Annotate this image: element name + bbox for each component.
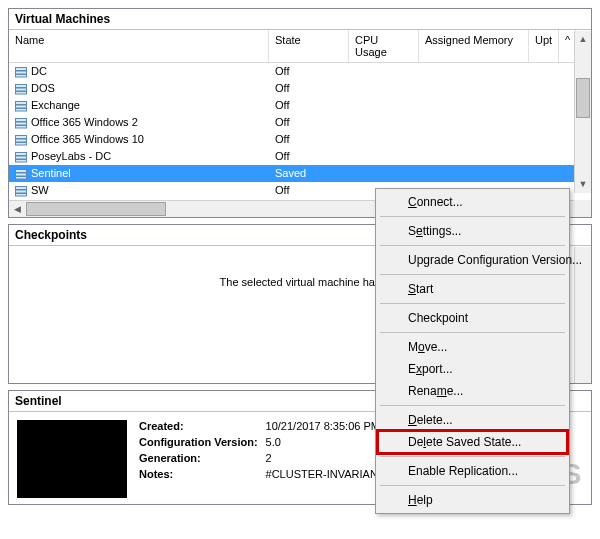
config-version-label: Configuration Version:: [139, 436, 258, 448]
vm-name: Office 365 Windows 10: [31, 131, 144, 148]
svg-rect-11: [16, 125, 27, 128]
vm-mem: [419, 114, 529, 131]
vm-name: DC: [31, 63, 47, 80]
col-mem[interactable]: Assigned Memory: [419, 30, 529, 62]
vm-icon: [15, 83, 27, 95]
svg-rect-19: [16, 173, 27, 176]
vm-upt: [529, 165, 559, 182]
svg-rect-9: [16, 118, 27, 121]
scroll-left-icon[interactable]: ◀: [9, 201, 26, 217]
vm-row[interactable]: SentinelSaved: [9, 165, 591, 182]
chk-vertical-scrollbar[interactable]: [574, 247, 591, 383]
svg-rect-13: [16, 139, 27, 142]
svg-rect-8: [16, 108, 27, 111]
ctx-help[interactable]: Help: [378, 489, 567, 511]
svg-rect-6: [16, 101, 27, 104]
scroll-corner: [574, 200, 591, 217]
vm-upt: [529, 114, 559, 131]
ctx-move[interactable]: Move...: [378, 336, 567, 358]
ctx-enable-replication[interactable]: Enable Replication...: [378, 460, 567, 482]
ctx-separator: [380, 456, 565, 457]
vm-state: Off: [269, 148, 349, 165]
vm-row[interactable]: DOSOff: [9, 80, 591, 97]
col-name[interactable]: Name: [9, 30, 269, 62]
ctx-separator: [380, 303, 565, 304]
vm-mem: [419, 148, 529, 165]
vm-state: Off: [269, 182, 349, 199]
vm-icon: [15, 134, 27, 146]
vm-mem: [419, 63, 529, 80]
vm-context-menu[interactable]: Connect... Settings... Upgrade Configura…: [375, 188, 570, 514]
ctx-connect[interactable]: Connect...: [378, 191, 567, 213]
vm-icon: [15, 100, 27, 112]
svg-rect-16: [16, 156, 27, 159]
col-state[interactable]: State: [269, 30, 349, 62]
svg-rect-0: [16, 67, 27, 70]
vm-row[interactable]: Office 365 Windows 2Off: [9, 114, 591, 131]
svg-rect-23: [16, 193, 27, 196]
svg-rect-22: [16, 190, 27, 193]
vm-upt: [529, 63, 559, 80]
svg-rect-4: [16, 88, 27, 91]
vm-row[interactable]: PoseyLabs - DCOff: [9, 148, 591, 165]
ctx-checkpoint[interactable]: Checkpoint: [378, 307, 567, 329]
vm-cpu: [349, 80, 419, 97]
vm-name: Sentinel: [31, 165, 71, 182]
vm-name: PoseyLabs - DC: [31, 148, 111, 165]
svg-rect-17: [16, 159, 27, 162]
vm-cpu: [349, 114, 419, 131]
vm-icon: [15, 117, 27, 129]
vm-name: SW: [31, 182, 49, 199]
svg-rect-5: [16, 91, 27, 94]
ctx-export[interactable]: Export...: [378, 358, 567, 380]
col-upt[interactable]: Upt: [529, 30, 559, 62]
vm-icon: [15, 168, 27, 180]
vm-row[interactable]: ExchangeOff: [9, 97, 591, 114]
vm-state: Off: [269, 63, 349, 80]
vm-state: Off: [269, 80, 349, 97]
vm-state: Off: [269, 131, 349, 148]
scroll-up-icon[interactable]: ▲: [575, 31, 591, 48]
ctx-settings[interactable]: Settings...: [378, 220, 567, 242]
vm-name: Office 365 Windows 2: [31, 114, 138, 131]
ctx-delete[interactable]: Delete...: [378, 409, 567, 431]
svg-rect-10: [16, 122, 27, 125]
scroll-down-icon[interactable]: ▼: [575, 176, 591, 193]
ctx-upgrade-config[interactable]: Upgrade Configuration Version...: [378, 249, 567, 271]
svg-rect-2: [16, 74, 27, 77]
vm-mem: [419, 97, 529, 114]
svg-rect-14: [16, 142, 27, 145]
vm-cpu: [349, 131, 419, 148]
vm-cpu: [349, 165, 419, 182]
vm-upt: [529, 131, 559, 148]
ctx-start[interactable]: Start: [378, 278, 567, 300]
vm-grid-header: Name State CPU Usage Assigned Memory Upt…: [9, 30, 591, 63]
generation-label: Generation:: [139, 452, 258, 464]
vm-row[interactable]: DCOff: [9, 63, 591, 80]
vm-cpu: [349, 148, 419, 165]
vertical-scrollbar[interactable]: ▲ ▼: [574, 31, 591, 193]
svg-rect-12: [16, 135, 27, 138]
hscroll-thumb[interactable]: [26, 202, 166, 216]
vm-icon: [15, 151, 27, 163]
vm-grid-body[interactable]: DCOffDOSOffExchangeOffOffice 365 Windows…: [9, 63, 591, 205]
svg-rect-3: [16, 84, 27, 87]
detail-labels-col1: Created: Configuration Version: Generati…: [139, 420, 258, 498]
vm-upt: [529, 80, 559, 97]
ctx-separator: [380, 405, 565, 406]
svg-rect-21: [16, 186, 27, 189]
vm-row[interactable]: Office 365 Windows 10Off: [9, 131, 591, 148]
vm-name: DOS: [31, 80, 55, 97]
vm-cpu: [349, 63, 419, 80]
scroll-track[interactable]: [575, 48, 591, 176]
col-cpu[interactable]: CPU Usage: [349, 30, 419, 62]
svg-rect-18: [16, 169, 27, 172]
vm-name: Exchange: [31, 97, 80, 114]
ctx-rename[interactable]: Rename...: [378, 380, 567, 402]
scroll-thumb[interactable]: [576, 78, 590, 118]
ctx-delete-saved-state[interactable]: Delete Saved State...: [378, 431, 567, 453]
vm-state: Saved: [269, 165, 349, 182]
ctx-separator: [380, 332, 565, 333]
svg-rect-20: [16, 176, 27, 179]
vm-icon: [15, 185, 27, 197]
